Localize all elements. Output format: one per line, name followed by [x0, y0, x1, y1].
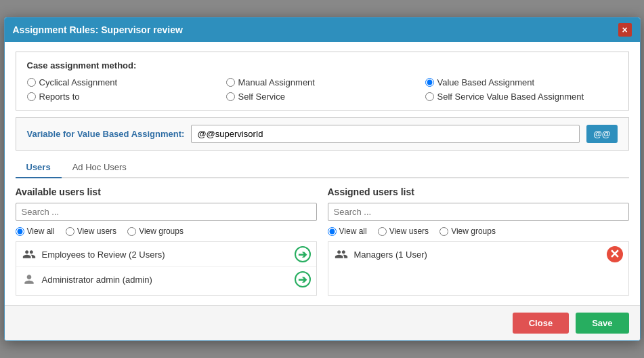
available-view-groups-label: View groups: [139, 226, 184, 236]
available-view-all-label: View all: [27, 226, 55, 236]
radio-reports-to-label: Reports to: [39, 92, 80, 102]
assigned-view-options: View all View users View groups: [328, 226, 629, 236]
modal-body: Case assignment method: Cyclical Assignm…: [5, 42, 640, 305]
tab-adhoc-users[interactable]: Ad Hoc Users: [62, 157, 137, 178]
tab-users[interactable]: Users: [16, 157, 62, 178]
assignment-method-section: Case assignment method: Cyclical Assignm…: [16, 52, 629, 111]
available-users-column: Available users list View all View users…: [16, 186, 317, 296]
modal-title: Assignment Rules: Supervisor review: [13, 24, 183, 35]
close-button[interactable]: Close: [513, 313, 569, 334]
assigned-view-all-input[interactable]: [328, 227, 337, 236]
assigned-users-column: Assigned users list View all View users …: [328, 186, 629, 296]
radio-self-service-vba[interactable]: Self Service Value Based Assignment: [425, 92, 618, 102]
group-icon: [22, 247, 37, 262]
variable-section: Variable for Value Based Assignment: @@: [16, 117, 629, 151]
modal-footer: Close Save: [5, 305, 640, 340]
assigned-users-search[interactable]: [328, 203, 629, 221]
list-item: Administrator admin (admin) ➔: [16, 267, 316, 292]
radio-value-based-input[interactable]: [425, 78, 434, 87]
assigned-view-groups-input[interactable]: [439, 227, 448, 236]
available-view-users[interactable]: View users: [66, 226, 116, 236]
radio-manual-label: Manual Assignment: [238, 77, 315, 87]
available-view-users-label: View users: [77, 226, 116, 236]
radio-manual-input[interactable]: [226, 78, 235, 87]
assignment-method-options: Cyclical Assignment Manual Assignment Va…: [27, 77, 618, 102]
radio-cyclical[interactable]: Cyclical Assignment: [27, 77, 219, 87]
radio-value-based-label: Value Based Assignment: [437, 77, 535, 87]
add-admin-button[interactable]: ➔: [295, 271, 311, 287]
radio-value-based[interactable]: Value Based Assignment: [425, 77, 618, 87]
radio-reports-to-input[interactable]: [27, 92, 36, 101]
radio-reports-to[interactable]: Reports to: [27, 92, 219, 102]
assigned-view-users[interactable]: View users: [378, 226, 429, 236]
at-symbol-button[interactable]: @@: [586, 125, 617, 143]
assigned-view-users-label: View users: [389, 226, 429, 236]
assigned-view-groups[interactable]: View groups: [439, 226, 496, 236]
assigned-view-all-label: View all: [339, 226, 367, 236]
available-item-name-2: Administrator admin (admin): [42, 275, 289, 285]
list-item: Managers (1 User) ✕: [328, 242, 628, 266]
remove-managers-button[interactable]: ✕: [607, 246, 623, 262]
available-users-search[interactable]: [16, 203, 317, 221]
radio-cyclical-input[interactable]: [27, 78, 36, 87]
assignment-rules-modal: Assignment Rules: Supervisor review × Ca…: [4, 17, 641, 341]
variable-input[interactable]: [191, 125, 580, 143]
available-view-groups-input[interactable]: [127, 227, 136, 236]
available-view-options: View all View users View groups: [16, 226, 317, 236]
list-item: Employees to Review (2 Users) ➔: [16, 242, 316, 267]
radio-manual[interactable]: Manual Assignment: [226, 77, 418, 87]
available-item-name-1: Employees to Review (2 Users): [42, 250, 289, 260]
radio-cyclical-label: Cyclical Assignment: [39, 77, 118, 87]
add-employees-button[interactable]: ➔: [295, 246, 311, 262]
radio-self-service-label: Self Service: [238, 92, 285, 102]
assigned-view-all[interactable]: View all: [328, 226, 367, 236]
modal-close-button[interactable]: ×: [618, 23, 632, 37]
assignment-method-label: Case assignment method:: [27, 60, 618, 71]
assigned-users-title: Assigned users list: [328, 186, 629, 197]
assigned-view-groups-label: View groups: [451, 226, 496, 236]
available-users-title: Available users list: [16, 186, 317, 197]
radio-self-service[interactable]: Self Service: [226, 92, 418, 102]
available-view-all[interactable]: View all: [16, 226, 55, 236]
radio-self-service-vba-input[interactable]: [425, 92, 434, 101]
assigned-item-name-1: Managers (1 User): [354, 250, 601, 260]
assigned-users-list: Managers (1 User) ✕: [328, 241, 629, 296]
available-view-groups[interactable]: View groups: [127, 226, 184, 236]
variable-label: Variable for Value Based Assignment:: [27, 129, 185, 139]
radio-self-service-input[interactable]: [226, 92, 235, 101]
tabs: Users Ad Hoc Users: [16, 157, 629, 178]
modal-header: Assignment Rules: Supervisor review ×: [5, 18, 640, 42]
users-section: Available users list View all View users…: [16, 186, 629, 296]
available-view-users-input[interactable]: [66, 227, 74, 236]
available-view-all-input[interactable]: [16, 227, 24, 236]
group-icon: [334, 247, 349, 262]
save-button[interactable]: Save: [576, 313, 628, 334]
assigned-view-users-input[interactable]: [378, 227, 387, 236]
available-users-list: Employees to Review (2 Users) ➔ Administ…: [16, 241, 317, 296]
user-icon: [22, 272, 37, 287]
radio-self-service-vba-label: Self Service Value Based Assignment: [437, 92, 584, 102]
